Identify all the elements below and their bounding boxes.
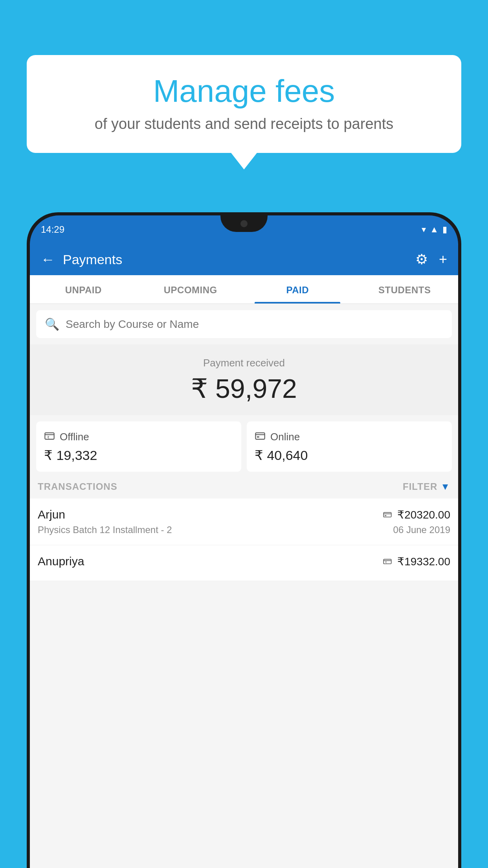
online-label: Online <box>270 431 300 443</box>
app-header: ← Payments ⚙ + <box>30 244 458 275</box>
back-button[interactable]: ← <box>41 251 55 268</box>
notch <box>220 215 268 232</box>
tooltip-subtitle: of your students and send receipts to pa… <box>50 116 438 132</box>
filter-label: FILTER <box>403 481 437 492</box>
phone-frame: 14:29 ▾ ▲ ▮ ← Payments ⚙ + <box>27 212 461 868</box>
status-bar: 14:29 ▾ ▲ ▮ <box>30 215 458 244</box>
app-screen: ← Payments ⚙ + UNPAID UPCOMING PAID STUD… <box>30 244 458 868</box>
tooltip-card: Manage fees of your students and send re… <box>27 55 461 153</box>
online-card: Online ₹ 40,640 <box>247 421 452 472</box>
transaction-detail: Physics Batch 12 Installment - 2 06 June… <box>38 524 450 535</box>
student-name: Arjun <box>38 508 65 521</box>
svg-rect-3 <box>255 433 264 439</box>
svg-rect-6 <box>383 513 391 517</box>
online-icon <box>255 430 266 443</box>
search-bar[interactable]: 🔍 <box>36 310 452 338</box>
offline-amount: ₹ 19,332 <box>44 447 233 463</box>
tab-upcoming[interactable]: UPCOMING <box>137 275 244 303</box>
transaction-list: Arjun ₹20320.00 Physics Batch 12 Install… <box>30 498 458 581</box>
header-right: ⚙ + <box>415 251 447 268</box>
online-amount: ₹ 40,640 <box>255 447 444 463</box>
payment-amount: ₹ 59,972 <box>38 373 450 404</box>
header-title: Payments <box>63 252 122 267</box>
status-icons: ▾ ▲ ▮ <box>422 224 447 235</box>
transaction-top-row: Arjun ₹20320.00 <box>38 508 450 521</box>
course-name: Physics Batch 12 Installment - 2 <box>38 524 172 535</box>
transaction-row[interactable]: Anupriya ₹ ₹19332.00 <box>30 545 458 581</box>
payment-cards: ₹ Offline ₹ 19,332 <box>30 421 458 472</box>
phone-inner: 14:29 ▾ ▲ ▮ ← Payments ⚙ + <box>30 215 458 868</box>
transaction-row[interactable]: Arjun ₹20320.00 Physics Batch 12 Install… <box>30 498 458 545</box>
transaction-amount: ₹20320.00 <box>383 508 450 521</box>
tabs-bar: UNPAID UPCOMING PAID STUDENTS <box>30 275 458 304</box>
offline-card-header: ₹ Offline <box>44 430 233 443</box>
status-time: 14:29 <box>41 224 64 235</box>
transaction-top-row: Anupriya ₹ ₹19332.00 <box>38 555 450 568</box>
signal-icon: ▲ <box>430 224 438 235</box>
add-icon[interactable]: + <box>439 251 447 268</box>
offline-label: Offline <box>60 431 89 443</box>
filter-icon: ▼ <box>440 481 450 492</box>
search-icon: 🔍 <box>45 317 59 331</box>
tooltip-title: Manage fees <box>50 74 438 108</box>
tab-paid[interactable]: PAID <box>244 275 351 303</box>
svg-text:₹: ₹ <box>47 436 50 440</box>
transaction-amount: ₹ ₹19332.00 <box>383 555 450 568</box>
filter-button[interactable]: FILTER ▼ <box>403 481 450 492</box>
offline-card: ₹ Offline ₹ 19,332 <box>36 421 241 472</box>
header-left: ← Payments <box>41 251 122 268</box>
transactions-header: TRANSACTIONS FILTER ▼ <box>30 472 458 498</box>
payment-label: Payment received <box>38 357 450 369</box>
tab-students[interactable]: STUDENTS <box>351 275 459 303</box>
online-card-header: Online <box>255 430 444 443</box>
tab-unpaid[interactable]: UNPAID <box>30 275 137 303</box>
wifi-icon: ▾ <box>422 224 426 235</box>
camera <box>240 220 248 227</box>
battery-icon: ▮ <box>442 224 447 235</box>
settings-icon[interactable]: ⚙ <box>415 251 428 268</box>
offline-icon: ₹ <box>44 430 55 443</box>
student-name: Anupriya <box>38 555 84 568</box>
search-input[interactable] <box>66 318 443 331</box>
payment-summary: Payment received ₹ 59,972 <box>30 344 458 415</box>
transactions-label: TRANSACTIONS <box>38 481 117 492</box>
transaction-date: 06 June 2019 <box>393 524 450 535</box>
